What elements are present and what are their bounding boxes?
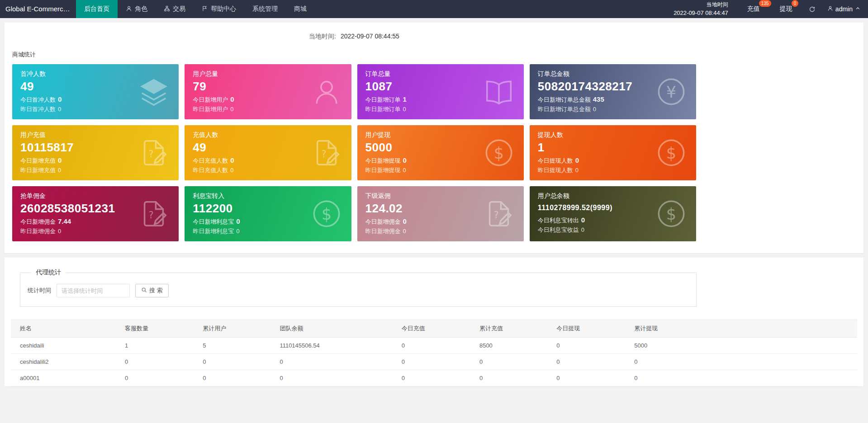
svg-text:?: ? bbox=[149, 210, 154, 221]
nav-item-roles[interactable]: 角色 bbox=[118, 0, 156, 18]
agent-table: 姓名 客服数量 累计用户 团队余额 今日充值 累计充值 今日提现 累计提现 ce… bbox=[11, 320, 857, 386]
current-time-value: 2022-09-07 08:44:55 bbox=[341, 33, 399, 40]
table-row: a00001 0 0 0 0 0 0 0 bbox=[11, 370, 857, 386]
stat-card-user-withdraw: 用户提现 5000 今日新增提现0 昨日新增提现0 $ bbox=[357, 125, 524, 180]
layers-icon bbox=[138, 76, 170, 108]
stat-card-grab-commission: 抢单佣金 26028538051231 今日新增佣金7.44 昨日新增佣金0 ? bbox=[12, 186, 179, 241]
svg-text:$: $ bbox=[666, 205, 676, 223]
withdraw-badge: 0 bbox=[792, 0, 799, 7]
stat-card-sub-rebate: 下级返佣 124.02 今日新增佣金0 昨日新增佣金0 ? bbox=[357, 186, 524, 241]
stat-card-withdraw-users: 提现人数 1 今日提现人数0 昨日提现人数0 $ bbox=[530, 125, 696, 180]
dollar-icon: $ bbox=[311, 198, 342, 230]
nav-item-system[interactable]: 系统管理 bbox=[244, 0, 286, 18]
table-header-row: 姓名 客服数量 累计用户 团队余额 今日充值 累计充值 今日提现 累计提现 bbox=[11, 320, 857, 338]
navbar-local-time: 当地时间 2022-09-07 08:44:47 bbox=[664, 0, 737, 18]
table-row: ceshidaili 1 5 1110145506.54 0 8500 0 50… bbox=[11, 338, 857, 354]
search-icon bbox=[141, 287, 147, 294]
admin-user-icon bbox=[827, 5, 833, 13]
stat-card-total-orders: 订单总量 1087 今日新增订单1 昨日新增订单0 bbox=[357, 64, 524, 119]
nav-item-help-center[interactable]: 帮助中心 bbox=[194, 0, 244, 18]
nav-item-label: 交易 bbox=[173, 5, 185, 13]
col-total-withdraw: 累计提现 bbox=[625, 320, 857, 338]
dollar-icon: $ bbox=[655, 137, 687, 169]
edit-doc-icon: ? bbox=[138, 137, 170, 169]
refresh-icon[interactable] bbox=[809, 6, 816, 13]
svg-text:?: ? bbox=[149, 149, 154, 160]
svg-text:$: $ bbox=[666, 144, 676, 162]
nav-item-label: 系统管理 bbox=[252, 5, 278, 13]
page: Global E-Commerce... 后台首页 角色 交易 帮助中心 系统管… bbox=[0, 0, 868, 423]
stat-time-input[interactable] bbox=[57, 284, 130, 297]
nav-item-label: 后台首页 bbox=[84, 5, 109, 13]
col-today-recharge: 今日充值 bbox=[393, 320, 470, 338]
stat-card-recharge-users: 充值人数 49 今日充值人数0 昨日充值人数0 ? bbox=[185, 125, 351, 180]
dollar-icon: $ bbox=[655, 198, 687, 230]
svg-text:$: $ bbox=[494, 144, 504, 162]
col-team-balance: 团队余额 bbox=[270, 320, 392, 338]
current-time-line: 当地时间: 2022-09-07 08:44:55 bbox=[12, 31, 696, 41]
current-time-label: 当地时间: bbox=[309, 33, 336, 40]
col-name: 姓名 bbox=[11, 320, 116, 338]
edit-doc-icon: ? bbox=[483, 198, 515, 230]
stat-card-interest-transfer-in: 利息宝转入 112200 今日新增利息宝0 昨日新增利息宝0 $ bbox=[185, 186, 351, 241]
section-title: 商城统计 bbox=[12, 51, 696, 59]
flag-icon bbox=[202, 5, 208, 13]
admin-username: admin bbox=[835, 5, 853, 13]
edit-doc-icon: ? bbox=[138, 198, 170, 230]
agent-panel: 代理统计 统计时间 搜 索 姓名 客服数量 累计用户 团队余额 bbox=[5, 258, 863, 386]
withdraw-link[interactable]: 提现 0 bbox=[776, 5, 796, 13]
agent-fieldset: 代理统计 统计时间 搜 索 bbox=[20, 268, 697, 307]
stat-time-label: 统计时间 bbox=[28, 287, 51, 295]
col-total-users: 累计用户 bbox=[194, 320, 270, 338]
svg-text:?: ? bbox=[321, 149, 326, 160]
svg-text:$: $ bbox=[321, 205, 331, 223]
brand-title: Global E-Commerce... bbox=[0, 0, 76, 18]
local-time-value: 2022-09-07 08:44:47 bbox=[674, 9, 728, 18]
col-today-withdraw: 今日提现 bbox=[547, 320, 625, 338]
stat-card-user-total-balance: 用户总余额 1110278999.52(9999) 今日利息宝转出0 今日利息宝… bbox=[530, 186, 696, 241]
table-row: ceshidalili2 0 0 0 0 0 0 0 bbox=[11, 354, 857, 370]
svg-text:?: ? bbox=[493, 210, 498, 221]
stat-card-first-recharge-users: 首冲人数 49 今日首冲人数0 昨日首冲人数0 bbox=[12, 64, 179, 119]
nav-item-label: 角色 bbox=[135, 5, 147, 13]
recharge-link[interactable]: 充值 135 bbox=[744, 5, 764, 13]
nav-item-label: 商城 bbox=[294, 5, 307, 13]
search-button[interactable]: 搜 索 bbox=[135, 284, 169, 297]
yen-icon: ¥ bbox=[655, 76, 687, 108]
book-icon bbox=[483, 76, 515, 108]
stat-card-total-users: 用户总量 79 今日新增用户0 昨日新增用户0 bbox=[185, 64, 351, 119]
agent-filter-row: 统计时间 搜 索 bbox=[28, 284, 689, 297]
nav-item-trade[interactable]: 交易 bbox=[156, 0, 194, 18]
dollar-icon: $ bbox=[483, 137, 515, 169]
nav-item-mall[interactable]: 商城 bbox=[286, 0, 315, 18]
top-navbar: Global E-Commerce... 后台首页 角色 交易 帮助中心 系统管… bbox=[0, 0, 868, 18]
svg-text:¥: ¥ bbox=[666, 83, 676, 101]
recharge-label: 充值 bbox=[747, 5, 760, 12]
chevron-up-icon bbox=[855, 5, 861, 13]
stat-card-user-recharge: 用户充值 10115817 今日新增充值0 昨日新增充值0 ? bbox=[12, 125, 179, 180]
trade-icon bbox=[164, 5, 170, 13]
nav-item-label: 帮助中心 bbox=[211, 5, 236, 13]
user-icon bbox=[311, 76, 342, 108]
recharge-badge: 135 bbox=[759, 0, 771, 7]
withdraw-label: 提现 bbox=[780, 5, 792, 12]
stat-card-order-total-amount: 订单总金额 50820174328217 今日新增订单总金额435 昨日新增订单… bbox=[530, 64, 696, 119]
user-icon bbox=[126, 5, 132, 13]
col-total-recharge: 累计充值 bbox=[470, 320, 547, 338]
navbar-right: 当地时间 2022-09-07 08:44:47 充值 135 提现 0 adm… bbox=[664, 0, 868, 18]
local-time-label: 当地时间 bbox=[674, 0, 728, 9]
overview-panel: 当地时间: 2022-09-07 08:44:55 商城统计 首冲人数 49 今… bbox=[5, 23, 863, 253]
agent-legend: 代理统计 bbox=[31, 268, 66, 277]
edit-doc-icon: ? bbox=[311, 137, 342, 169]
col-service-count: 客服数量 bbox=[116, 320, 194, 338]
nav-item-dashboard[interactable]: 后台首页 bbox=[76, 0, 118, 18]
stat-card-grid: 首冲人数 49 今日首冲人数0 昨日首冲人数0 用户总量 79 今日新增用户0 … bbox=[12, 64, 696, 241]
admin-menu[interactable]: admin bbox=[827, 5, 861, 13]
